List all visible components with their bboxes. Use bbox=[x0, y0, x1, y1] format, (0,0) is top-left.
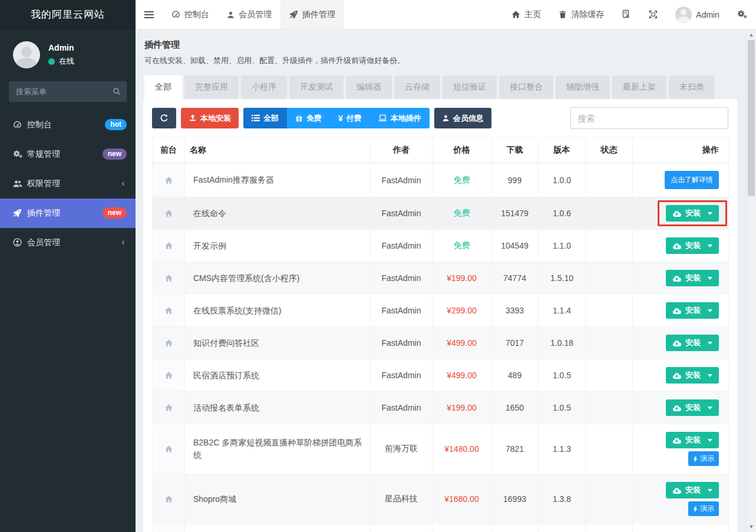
plugin-status bbox=[586, 163, 633, 197]
filter-label: 免费 bbox=[306, 113, 322, 124]
frontend-home-icon[interactable] bbox=[153, 197, 185, 230]
scrollbar-thumb[interactable] bbox=[748, 40, 755, 196]
refresh-button[interactable] bbox=[152, 108, 176, 128]
install-button[interactable]: 安装 bbox=[666, 432, 719, 448]
plugin-status bbox=[586, 424, 633, 474]
user-name: Admin bbox=[48, 43, 74, 52]
highlight-annotation: 安装 bbox=[658, 200, 727, 226]
plugin-status bbox=[586, 230, 633, 262]
local-install-label: 本地安装 bbox=[200, 113, 231, 124]
category-tabs: 全部完整应用小程序开发测试编辑器云存储短信验证接口整合辅助增强最新上架未归类 bbox=[144, 75, 736, 99]
plugin-name: B2B2C 多商家短视频直播种草阶梯拼团电商系统 bbox=[185, 424, 371, 474]
scroll-up-icon[interactable]: ▲ bbox=[747, 32, 756, 38]
install-button[interactable]: 安装 bbox=[666, 205, 719, 222]
plugin-name: FastAdmin推荐服务器 bbox=[185, 163, 371, 197]
install-button[interactable]: 安装 bbox=[666, 482, 719, 498]
frontend-home-icon[interactable] bbox=[153, 474, 185, 524]
plugin-author: FastAdmin bbox=[371, 230, 433, 262]
install-button[interactable]: 安装 bbox=[666, 367, 719, 384]
install-button[interactable]: 安装 bbox=[666, 302, 719, 319]
install-button[interactable]: 安装 bbox=[666, 335, 719, 351]
sidebar-item-权限管理[interactable]: 权限管理‹ bbox=[0, 169, 136, 199]
sidebar-menu: 控制台hot常规管理new权限管理‹插件管理new会员管理‹ bbox=[0, 110, 136, 257]
frontend-home-icon[interactable] bbox=[153, 524, 185, 532]
frontend-home-icon[interactable] bbox=[153, 262, 185, 295]
plugin-status bbox=[586, 524, 633, 532]
install-button[interactable]: 安装 bbox=[666, 270, 719, 286]
price-value: ¥499.00 bbox=[447, 371, 477, 380]
admin-menu[interactable]: Admin bbox=[666, 0, 728, 29]
filter-全部[interactable]: 全部 bbox=[243, 108, 287, 128]
category-tab-接口整合[interactable]: 接口整合 bbox=[499, 75, 553, 99]
local-install-button[interactable]: 本地安装 bbox=[181, 108, 239, 128]
sidebar-toggle-button[interactable] bbox=[136, 0, 163, 29]
toolbar: 本地安装 全部免费¥付费本地插件 会员信息 bbox=[152, 108, 728, 128]
category-tab-小程序[interactable]: 小程序 bbox=[241, 75, 287, 99]
category-tab-完整应用[interactable]: 完整应用 bbox=[184, 75, 239, 99]
home-link[interactable]: 主页 bbox=[503, 0, 550, 29]
category-tab-编辑器[interactable]: 编辑器 bbox=[346, 75, 392, 99]
frontend-home-icon[interactable] bbox=[153, 359, 185, 392]
sidebar-item-会员管理[interactable]: 会员管理‹ bbox=[0, 228, 136, 257]
fullscreen-button[interactable] bbox=[640, 0, 666, 29]
navbar-tab-label: 控制台 bbox=[184, 9, 209, 20]
frontend-home-icon[interactable] bbox=[153, 230, 185, 262]
category-tab-短信验证[interactable]: 短信验证 bbox=[443, 75, 497, 99]
install-button[interactable]: 安装 bbox=[666, 399, 719, 416]
users-icon bbox=[13, 179, 27, 189]
demo-button[interactable]: 演示 bbox=[688, 451, 719, 466]
clear-cache-button[interactable]: 清除缓存 bbox=[550, 0, 613, 29]
member-icon bbox=[442, 114, 450, 123]
navbar-tab-控制台[interactable]: 控制台 bbox=[163, 0, 218, 29]
frontend-home-icon[interactable] bbox=[153, 392, 185, 424]
plugin-author: 前海万联 bbox=[371, 424, 433, 474]
frontend-home-icon[interactable] bbox=[153, 424, 185, 474]
column-header-状态: 状态 bbox=[586, 138, 633, 163]
detail-button[interactable]: 点击了解详情 bbox=[665, 171, 719, 189]
category-tab-云存储[interactable]: 云存储 bbox=[394, 75, 440, 99]
navbar-tab-会员管理[interactable]: 会员管理 bbox=[218, 0, 280, 29]
price-value: ¥1480.00 bbox=[444, 444, 478, 454]
filter-group: 全部免费¥付费本地插件 bbox=[243, 108, 430, 128]
user-status: 在线 bbox=[59, 56, 74, 67]
language-button[interactable]: A bbox=[613, 0, 640, 29]
plugin-price: ¥499.00 bbox=[433, 327, 491, 359]
menu-search-input[interactable] bbox=[9, 81, 127, 102]
plugin-author: FastAdmin bbox=[371, 524, 433, 532]
category-tab-全部[interactable]: 全部 bbox=[144, 75, 182, 99]
gauge-icon bbox=[171, 10, 180, 19]
category-tab-最新上架[interactable]: 最新上架 bbox=[612, 75, 666, 99]
sidebar: 我的阿里云网站 Admin 在线 控制台hot常规管理new权限管理‹插件管理n… bbox=[0, 0, 136, 532]
scroll-down-icon[interactable]: ▼ bbox=[747, 524, 756, 530]
table-header-row: 前台名称作者价格下载版本状态操作 bbox=[153, 138, 729, 163]
filter-本地插件[interactable]: 本地插件 bbox=[370, 108, 430, 128]
demo-button[interactable]: 演示 bbox=[688, 501, 719, 516]
sidebar-item-插件管理[interactable]: 插件管理new bbox=[0, 199, 136, 228]
plugin-table: 前台名称作者价格下载版本状态操作 FastAdmin推荐服务器FastAdmin… bbox=[152, 137, 729, 532]
cloud-download-icon bbox=[672, 209, 681, 218]
plugin-search-input[interactable] bbox=[570, 107, 728, 129]
frontend-home-icon[interactable] bbox=[153, 163, 185, 197]
category-tab-未归类[interactable]: 未归类 bbox=[669, 75, 715, 99]
navbar-tab-插件管理[interactable]: 插件管理 bbox=[280, 0, 344, 29]
plugin-author: FastAdmin bbox=[371, 359, 433, 392]
vertical-scrollbar[interactable]: ▲ ▼ bbox=[746, 29, 756, 532]
rocket-icon bbox=[13, 209, 27, 218]
caret-down-icon bbox=[708, 407, 712, 409]
frontend-home-icon[interactable] bbox=[153, 327, 185, 359]
sidebar-item-控制台[interactable]: 控制台hot bbox=[0, 110, 136, 140]
plugin-version: 1.0.5 bbox=[539, 392, 586, 424]
sidebar-item-常规管理[interactable]: 常规管理new bbox=[0, 140, 136, 169]
frontend-home-icon[interactable] bbox=[153, 295, 185, 327]
settings-button[interactable] bbox=[728, 0, 756, 29]
caret-down-icon bbox=[708, 489, 712, 492]
chevron-left-icon: ‹ bbox=[121, 177, 125, 189]
member-info-button[interactable]: 会员信息 bbox=[434, 108, 491, 128]
category-tab-辅助增强[interactable]: 辅助增强 bbox=[556, 75, 610, 99]
filter-免费[interactable]: 免费 bbox=[287, 108, 330, 128]
plugin-downloads: 3393 bbox=[491, 295, 539, 327]
filter-付费[interactable]: ¥付费 bbox=[330, 108, 370, 128]
category-tab-开发测试[interactable]: 开发测试 bbox=[289, 75, 344, 99]
install-button[interactable]: 安装 bbox=[666, 237, 719, 254]
plugin-price: ¥199.00 bbox=[433, 262, 491, 295]
